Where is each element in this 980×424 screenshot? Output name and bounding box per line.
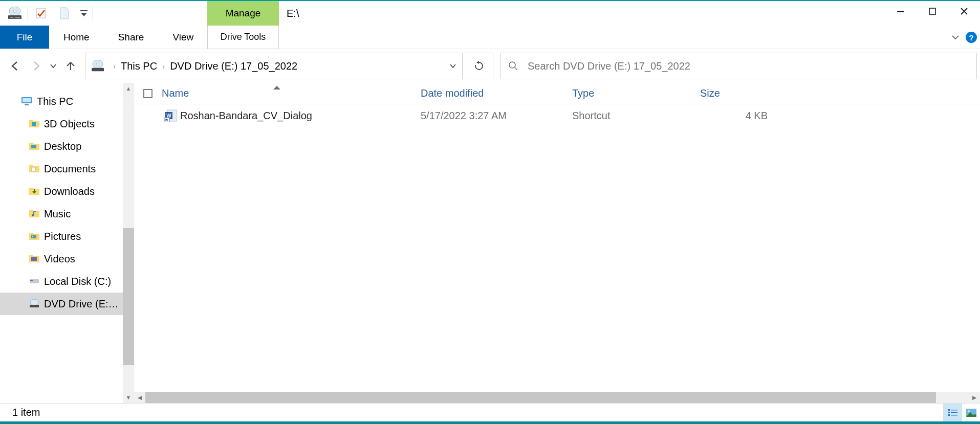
svg-rect-20 (31, 257, 37, 261)
folder-icon (29, 254, 40, 264)
folder-icon (29, 186, 40, 196)
svg-rect-31 (951, 410, 957, 410)
help-button[interactable]: ? (966, 32, 977, 43)
tree-root-this-pc[interactable]: This PC (0, 90, 134, 113)
tab-share[interactable]: Share (104, 26, 159, 49)
minimize-button[interactable] (885, 1, 917, 21)
svg-rect-16 (32, 167, 35, 171)
tree-item-label: Desktop (44, 141, 81, 152)
scroll-left-arrow-icon[interactable]: ◀ (134, 392, 145, 403)
svg-rect-25 (144, 90, 152, 98)
tree-item-label: Videos (44, 253, 75, 265)
qat-customize-dropdown[interactable] (76, 1, 92, 26)
svg-rect-6 (929, 8, 935, 14)
svg-point-23 (30, 299, 38, 305)
column-name[interactable]: Name (162, 87, 421, 99)
tree-item-3d-objects[interactable]: 3D Objects (0, 113, 134, 135)
column-headers: Name Date modified Type Size (134, 83, 980, 104)
maximize-button[interactable] (917, 1, 948, 21)
tab-home[interactable]: Home (49, 26, 104, 49)
forward-button[interactable] (27, 57, 45, 75)
nav-vertical-scrollbar[interactable]: ▲ ▼ (123, 83, 134, 403)
svg-rect-24 (30, 305, 39, 307)
ribbon-tabs: File Home Share View Drive Tools ? (0, 26, 980, 49)
quick-access-toolbar: DVD-ROM (0, 1, 94, 26)
sort-ascending-icon (273, 86, 280, 90)
tree-item-documents[interactable]: Documents (0, 158, 134, 180)
column-date-modified[interactable]: Date modified (421, 87, 572, 99)
file-row[interactable]: W Roshan-Bandara_CV_Dialog 5/17/2022 3:2… (134, 104, 980, 127)
scroll-right-arrow-icon[interactable]: ▶ (969, 392, 980, 403)
up-button[interactable] (61, 57, 80, 75)
search-box[interactable] (500, 53, 977, 79)
tab-view[interactable]: View (158, 26, 208, 49)
dvd-drive-icon (29, 299, 40, 309)
navigation-bar: › This PC › DVD Drive (E:) 17_05_2022 (0, 49, 980, 83)
file-type: Shortcut (572, 110, 700, 122)
svg-point-10 (509, 62, 515, 68)
main-area: This PC 3D Objects Desktop Documents Dow… (0, 83, 980, 403)
column-size[interactable]: Size (700, 87, 771, 99)
thumbnails-view-button[interactable] (962, 404, 980, 421)
properties-icon[interactable] (29, 1, 53, 26)
new-folder-icon[interactable] (53, 1, 76, 26)
tree-item-desktop[interactable]: Desktop (0, 135, 134, 158)
tree-item-local-disk[interactable]: Local Disk (C:) (0, 270, 134, 293)
folder-icon (29, 209, 40, 219)
drive-icon (29, 276, 40, 286)
details-view-button[interactable] (943, 404, 962, 421)
breadcrumb-segment[interactable]: This PC (121, 60, 157, 72)
chevron-right-icon[interactable]: › (108, 62, 121, 71)
tree-item-label: Pictures (44, 231, 81, 242)
address-bar[interactable]: › This PC › DVD Drive (E:) 17_05_2022 (85, 53, 463, 79)
contextual-tab-group: Manage (207, 1, 279, 26)
tree-item-dvd-drive[interactable]: DVD Drive (E:) 17 (0, 293, 134, 315)
tree-item-pictures[interactable]: Pictures (0, 225, 134, 248)
drive-icon (91, 60, 105, 72)
ribbon-expand-button[interactable] (950, 32, 961, 42)
svg-rect-14 (32, 122, 36, 126)
status-item-count: 1 item (12, 407, 40, 418)
back-button[interactable] (6, 57, 25, 75)
folder-icon (29, 231, 40, 241)
title-bar: DVD-ROM Manage E:\ (0, 1, 980, 26)
file-tab[interactable]: File (0, 26, 49, 49)
window-bottom-border (0, 421, 980, 424)
tree-item-label: Downloads (44, 186, 95, 197)
scroll-down-arrow-icon[interactable]: ▼ (123, 392, 134, 403)
this-pc-icon (20, 96, 33, 106)
svg-rect-9 (92, 68, 104, 71)
file-size: 4 KB (700, 110, 771, 122)
tree-item-label: Local Disk (C:) (44, 276, 111, 287)
recent-locations-dropdown[interactable] (47, 57, 59, 75)
svg-rect-5 (897, 11, 904, 12)
tree-item-music[interactable]: Music (0, 203, 134, 225)
address-dropdown[interactable] (444, 62, 462, 70)
tree-item-downloads[interactable]: Downloads (0, 180, 134, 203)
select-all-checkbox[interactable] (134, 89, 162, 98)
svg-rect-32 (948, 412, 950, 413)
drive-icon[interactable]: DVD-ROM (3, 1, 27, 26)
column-type[interactable]: Type (572, 87, 700, 99)
close-button[interactable] (948, 1, 980, 21)
tree-item-label: 3D Objects (44, 118, 95, 130)
svg-rect-35 (951, 415, 957, 415)
tree-item-label: Music (44, 208, 71, 220)
window-title: E:\ (287, 1, 299, 26)
file-list: Name Date modified Type Size W Roshan-Ba… (134, 83, 980, 403)
breadcrumb-segment[interactable]: DVD Drive (E:) 17_05_2022 (170, 60, 297, 72)
word-shortcut-icon: W (162, 109, 180, 122)
search-input[interactable] (528, 60, 976, 72)
svg-rect-22 (30, 280, 33, 281)
folder-icon (29, 141, 40, 151)
svg-rect-30 (948, 409, 950, 411)
svg-point-8 (96, 63, 99, 65)
refresh-button[interactable] (465, 53, 493, 79)
tree-item-videos[interactable]: Videos (0, 248, 134, 270)
folder-icon (29, 164, 40, 174)
tree-item-label: DVD Drive (E:) 17 (44, 298, 122, 310)
horizontal-scrollbar[interactable]: ◀ ▶ (134, 392, 980, 403)
tab-drive-tools[interactable]: Drive Tools (207, 26, 279, 49)
scroll-up-arrow-icon[interactable]: ▲ (123, 83, 134, 94)
chevron-right-icon[interactable]: › (157, 62, 170, 71)
